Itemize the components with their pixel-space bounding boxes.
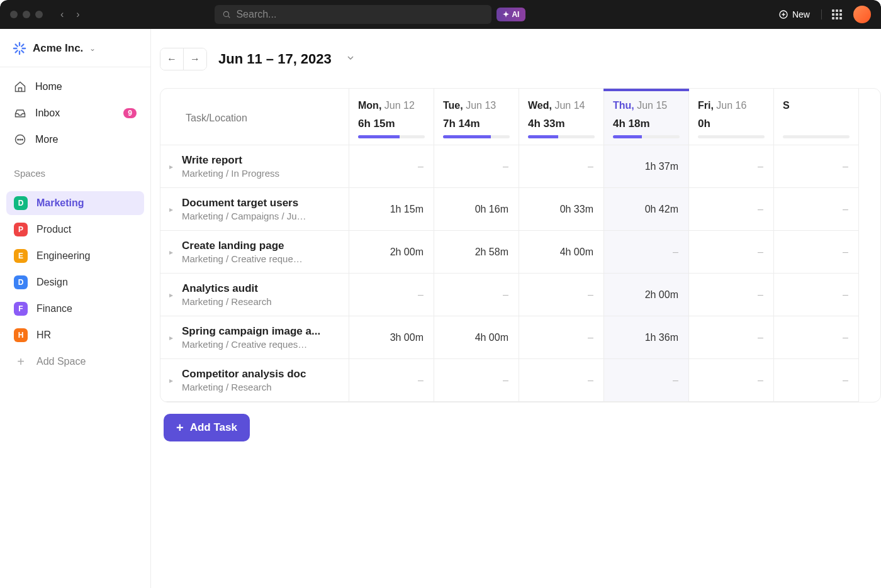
date-range-title: Jun 11 – 17, 2023 [218,51,332,67]
maximize-window[interactable] [35,11,43,18]
time-cell[interactable]: – [349,145,434,188]
space-name: Finance [36,303,72,314]
range-dropdown[interactable] [343,50,358,68]
apps-icon[interactable] [821,9,842,19]
time-cell[interactable]: 4h 00m [434,316,519,359]
time-cell[interactable]: – [774,316,859,359]
time-cell[interactable]: – [519,145,604,188]
avatar[interactable] [853,6,871,23]
timesheet-grid: Task/LocationMon, Jun 126h 15mTue, Jun 1… [160,89,880,402]
add-task-label: Add Task [190,421,237,434]
next-week-button[interactable]: → [183,48,206,70]
time-cell[interactable]: – [774,359,859,402]
column-header-day[interactable]: Tue, Jun 137h 14m [434,89,519,145]
time-cell[interactable]: – [774,231,859,274]
time-cell[interactable]: 4h 00m [519,231,604,274]
sidebar: Acme Inc. ⌄ Home Inbox 9 More Spaces [0,29,151,588]
new-button[interactable]: New [778,9,810,19]
time-cell[interactable]: – [519,316,604,359]
column-header-task: Task/Location [160,89,349,145]
time-cell[interactable]: 2h 00m [349,231,434,274]
task-row[interactable]: ▸Analytics auditMarketing / Research [160,274,349,316]
time-cell[interactable]: – [689,188,774,231]
time-cell[interactable]: – [604,359,689,402]
back-button[interactable]: ‹ [55,6,69,23]
time-cell[interactable]: 0h 33m [519,188,604,231]
time-cell[interactable]: – [604,231,689,274]
time-cell[interactable]: – [519,359,604,402]
task-row[interactable]: ▸Competitor analysis docMarketing / Rese… [160,359,349,402]
time-cell[interactable]: 2h 58m [434,231,519,274]
chevron-down-icon: ⌄ [89,44,96,53]
caret-right-icon[interactable]: ▸ [169,248,177,257]
search-input[interactable]: Search... [215,5,491,24]
task-name: Spring campaign image a... [182,325,320,338]
time-cell[interactable]: – [689,316,774,359]
task-row[interactable]: ▸Document target usersMarketing / Campai… [160,188,349,231]
space-name: Engineering [36,250,90,262]
caret-right-icon[interactable]: ▸ [169,376,177,385]
time-cell[interactable]: – [774,274,859,316]
minimize-window[interactable] [23,11,30,18]
space-item-finance[interactable]: FFinance [6,297,144,321]
nav-inbox[interactable]: Inbox 9 [6,101,144,125]
caret-right-icon[interactable]: ▸ [169,205,177,214]
main: ← → Jun 11 – 17, 2023 Task/LocationMon, … [151,29,881,588]
ellipsis-icon [14,133,26,146]
time-cell[interactable]: – [519,274,604,316]
time-cell[interactable]: 3h 00m [349,316,434,359]
caret-right-icon[interactable]: ▸ [169,333,177,342]
time-cell[interactable]: – [349,274,434,316]
time-cell[interactable]: – [689,274,774,316]
time-cell[interactable]: 1h 36m [604,316,689,359]
time-cell[interactable]: – [349,359,434,402]
time-cell[interactable]: – [689,145,774,188]
day-date: Jun 15 [637,100,667,111]
space-item-engineering[interactable]: EEngineering [6,244,144,268]
time-cell[interactable]: 0h 16m [434,188,519,231]
add-space-button[interactable]: +Add Space [6,350,144,374]
caret-right-icon[interactable]: ▸ [169,291,177,299]
column-header-day[interactable]: Mon, Jun 126h 15m [349,89,434,145]
space-item-product[interactable]: PProduct [6,218,144,241]
time-cell[interactable]: – [434,359,519,402]
day-total: 7h 14m [443,118,510,130]
time-cell[interactable]: 1h 15m [349,188,434,231]
time-cell[interactable]: – [774,145,859,188]
time-cell[interactable]: 1h 37m [604,145,689,188]
forward-button[interactable]: › [71,6,84,23]
space-badge-icon: F [14,302,28,316]
time-cell[interactable]: 2h 00m [604,274,689,316]
task-name: Competitor analysis doc [182,368,306,380]
time-cell[interactable]: – [434,274,519,316]
close-window[interactable] [10,11,18,18]
task-row[interactable]: ▸Create landing pageMarketing / Creative… [160,231,349,274]
time-cell[interactable]: – [434,145,519,188]
column-header-day[interactable]: S [774,89,859,145]
day-progress-bar [443,135,510,138]
column-header-day[interactable]: Wed, Jun 144h 33m [519,89,604,145]
ai-button[interactable]: ✦ AI [497,8,525,21]
column-header-day[interactable]: Fri, Jun 160h [689,89,774,145]
time-cell[interactable]: – [689,359,774,402]
caret-right-icon[interactable]: ▸ [169,162,177,171]
task-row[interactable]: ▸Spring campaign image a...Marketing / C… [160,316,349,359]
prev-week-button[interactable]: ← [160,48,183,70]
time-cell[interactable]: – [774,188,859,231]
space-item-hr[interactable]: HHR [6,323,144,347]
time-cell[interactable]: – [689,231,774,274]
task-name: Analytics audit [182,282,272,295]
workspace-switcher[interactable]: Acme Inc. ⌄ [0,29,150,67]
time-cell[interactable]: 0h 42m [604,188,689,231]
home-icon [14,80,26,93]
day-progress-bar [613,135,680,138]
add-task-button[interactable]: + Add Task [164,414,250,441]
svg-point-15 [20,139,21,140]
space-item-marketing[interactable]: DMarketing [6,191,144,215]
space-item-design[interactable]: DDesign [6,270,144,294]
task-path: Marketing / Research [182,382,306,392]
nav-more[interactable]: More [6,128,144,152]
column-header-day[interactable]: Thu, Jun 154h 18m [604,89,689,145]
task-row[interactable]: ▸Write reportMarketing / In Progress [160,145,349,188]
nav-home[interactable]: Home [6,75,144,99]
